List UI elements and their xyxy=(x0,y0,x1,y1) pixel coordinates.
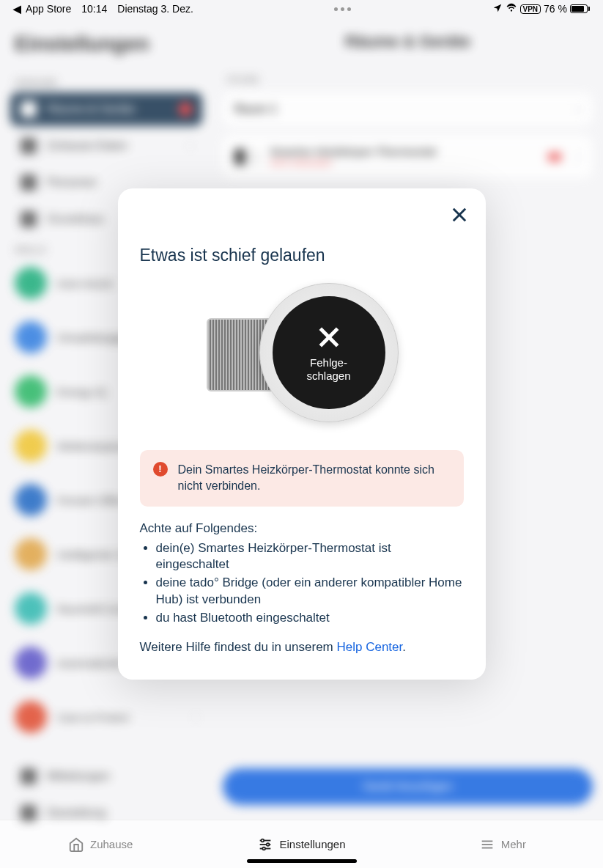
device-status-text: Fehlge- schlagen xyxy=(306,356,350,383)
help-suffix: . xyxy=(402,640,406,654)
modal-title: Etwas ist schief gelaufen xyxy=(140,246,464,265)
close-icon xyxy=(449,205,470,225)
hint-title: Achte auf Folgendes: xyxy=(140,521,464,536)
device-illustration: Fehlge- schlagen xyxy=(140,283,464,430)
hint-item: deine tado° Bridge (oder ein anderer kom… xyxy=(156,575,464,608)
hint-item: du hast Bluetooth eingeschaltet xyxy=(156,610,464,627)
alert-box: ! Dein Smartes Heizkörper-Thermostat kon… xyxy=(140,450,464,507)
help-prefix: Weitere Hilfe findest du in unserem xyxy=(140,640,337,654)
modal-backdrop: Etwas ist schief gelaufen Fehlge- schlag… xyxy=(0,0,603,868)
error-modal: Etwas ist schief gelaufen Fehlge- schlag… xyxy=(118,188,486,680)
alert-text: Dein Smartes Heizkörper-Thermostat konnt… xyxy=(178,462,451,495)
hint-list: dein(e) Smartes Heizkörper-Thermostat is… xyxy=(140,540,464,628)
hint-item: dein(e) Smartes Heizkörper-Thermostat is… xyxy=(156,540,464,574)
x-icon xyxy=(314,323,344,352)
alert-icon: ! xyxy=(153,462,168,477)
close-button[interactable] xyxy=(449,205,470,228)
help-center-link[interactable]: Help Center xyxy=(336,640,402,654)
help-line: Weitere Hilfe findest du in unserem Help… xyxy=(140,640,464,655)
